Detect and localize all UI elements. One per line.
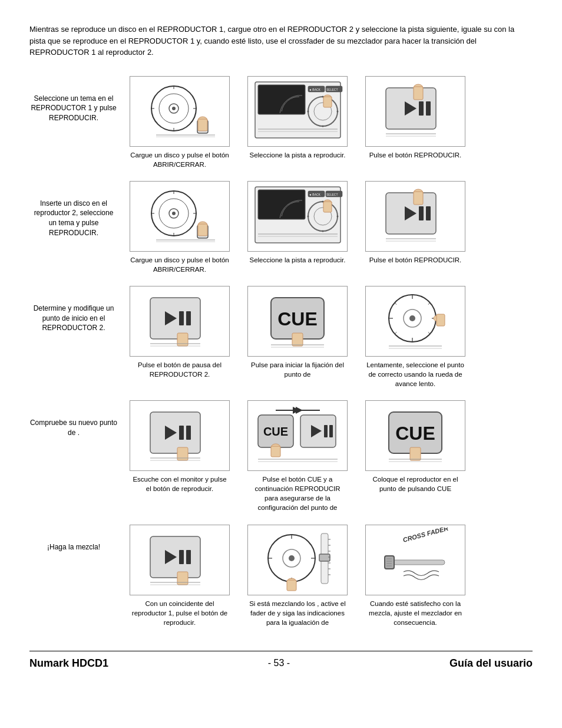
svg-rect-105 [179,426,184,440]
svg-rect-85 [292,333,303,346]
row5-cap2: Si está mezclando los , active el fader … [247,599,348,627]
row2-cell2: ◄ BACK SELECT [242,181,353,274]
row-5: ¡Haga la mezcla! Con un [29,525,533,627]
svg-rect-68 [419,206,424,220]
row4-img1 [130,400,230,471]
svg-rect-132 [186,550,191,564]
row-1-images: Cargue un disco y pulse el botón ABRIR/C… [124,76,533,169]
svg-rect-26 [323,97,332,107]
svg-rect-14 [258,85,305,114]
row3-img2: CUE [247,286,348,357]
row-2: Inserte un disco en el reproductor 2, se… [29,181,533,274]
svg-text:CROSS FADER: CROSS FADER [402,528,449,543]
svg-rect-63 [323,202,332,212]
svg-rect-51 [258,190,305,219]
row1-cap3: Pulse el botón REPRODUCIR. [369,150,462,160]
row2-cap1: Cargue un disco y pulse el botón ABRIR/C… [130,255,230,274]
row4-cell3: CUE Coloque el reproductor en el punto d… [359,400,471,512]
svg-rect-147 [319,554,330,561]
row1-cap1: Cargue un disco y pulse el botón ABRIR/C… [130,150,230,169]
row5-img2 [247,525,348,595]
row5-cell1: Con un coincidente del reproductor 1, pu… [124,525,236,627]
svg-text:CUE: CUE [277,308,318,330]
row-3-label: Determine y modifique un punto de inicio… [29,286,124,333]
row2-cap2: Seleccione la pista a reproducir. [249,255,345,265]
row-4-images: Escuche con el monitor y pulse el botón … [124,400,533,512]
row2-cell3: Pulse el botón REPRODUCIR. [359,181,471,274]
svg-text:◄ BACK: ◄ BACK [309,193,321,196]
row2-cap3: Pulse el botón REPRODUCIR. [369,255,462,265]
row2-img2: ◄ BACK SELECT [247,181,348,252]
row4-cell2: CUE Pulse el botón CUE y a co [242,400,353,512]
svg-point-60 [336,215,338,217]
row-2-images: Cargue un disco y pulse el botón ABRIR/C… [124,181,533,274]
row5-cell3: CROSS FADER [359,525,471,627]
row4-cap3: Coloque el reproductor en el punto de pu… [365,475,465,493]
row3-cap2: Pulse para iniciar la fijación del punto… [247,360,348,379]
instruction-grid: Seleccione un tema en el REPRODUCTOR 1 y… [29,76,533,633]
svg-point-90 [409,315,415,321]
svg-rect-106 [186,426,191,440]
row-1: Seleccione un tema en el REPRODUCTOR 1 y… [29,76,533,169]
row5-cell2: Si está mezclando los , active el fader … [242,525,353,627]
svg-rect-47 [198,224,207,236]
svg-point-23 [336,110,338,112]
svg-rect-126 [410,447,421,460]
svg-point-22 [307,110,309,112]
row-1-label: Seleccione un tema en el REPRODUCTOR 1 y… [29,76,124,123]
footer-page: - 53 - [268,658,290,668]
svg-rect-69 [426,206,431,220]
svg-rect-145 [287,580,296,591]
svg-rect-79 [177,333,188,346]
svg-rect-32 [426,101,431,116]
svg-rect-34 [414,87,423,100]
svg-point-59 [307,215,309,217]
row2-cell1: Cargue un disco y pulse el botón ABRIR/C… [124,181,236,274]
svg-point-61 [322,230,323,232]
row-5-label: ¡Haga la mezcla! [29,525,124,552]
row4-cap1: Escuche con el monitor y pulse el botón … [130,475,230,493]
footer-title: Guía del usuario [449,657,533,670]
svg-rect-71 [414,192,423,205]
row-5-images: Con un coincidente del reproductor 1, pu… [124,525,533,627]
svg-rect-117 [324,425,328,437]
svg-point-139 [289,555,295,561]
svg-rect-77 [186,311,191,325]
svg-text:CUE: CUE [395,423,435,444]
row3-cap1: Pulse el botón de pausa del REPRODUCTOR … [130,360,230,379]
row-3: Determine y modifique un punto de inicio… [29,286,533,388]
row4-img2: CUE [247,400,348,471]
svg-rect-10 [198,119,207,131]
svg-text:CUE: CUE [263,425,287,438]
svg-rect-120 [271,446,280,457]
row-2-label: Inserte un disco en el reproductor 2, se… [29,181,124,238]
svg-point-3 [172,107,176,110]
row4-img3: CUE [365,400,465,471]
row4-cell1: Escuche con el monitor y pulse el botón … [124,400,236,512]
svg-point-24 [322,125,323,127]
row1-img3 [365,76,465,147]
row3-img3 [365,286,465,357]
row3-cell2: CUE Pulse para iniciar la fijación del p… [242,286,353,388]
svg-point-40 [172,212,176,215]
footer-brand: Numark HDCD1 [29,657,108,670]
svg-rect-157 [385,556,394,569]
row1-cap2: Seleccione la pista a reproducir. [249,150,345,160]
svg-rect-118 [329,425,333,437]
row1-img1 [130,76,230,147]
row-4-label: Compruebe su nuevo punto de . [29,400,124,438]
row3-cell1: Pulse el botón de pausa del REPRODUCTOR … [124,286,236,388]
svg-rect-134 [177,572,188,585]
row4-cap2: Pulse el botón CUE y a continuación REPR… [247,475,348,512]
row2-img1 [130,181,230,252]
row2-img3 [365,181,465,252]
svg-rect-131 [179,550,184,564]
row5-cap3: Cuando esté satisfecho con la mezcla, aj… [365,599,465,627]
row1-cell1: Cargue un disco y pulse el botón ABRIR/C… [124,76,236,169]
row1-cell3: Pulse el botón REPRODUCIR. [359,76,471,169]
row5-img1 [130,525,230,595]
row5-img3: CROSS FADER [365,525,465,595]
row3-cell3: Lentamente, seleccione el punto de corre… [359,286,471,388]
row-3-images: Pulse el botón de pausa del REPRODUCTOR … [124,286,533,388]
page-footer: Numark HDCD1 - 53 - Guía del usuario [29,651,533,670]
